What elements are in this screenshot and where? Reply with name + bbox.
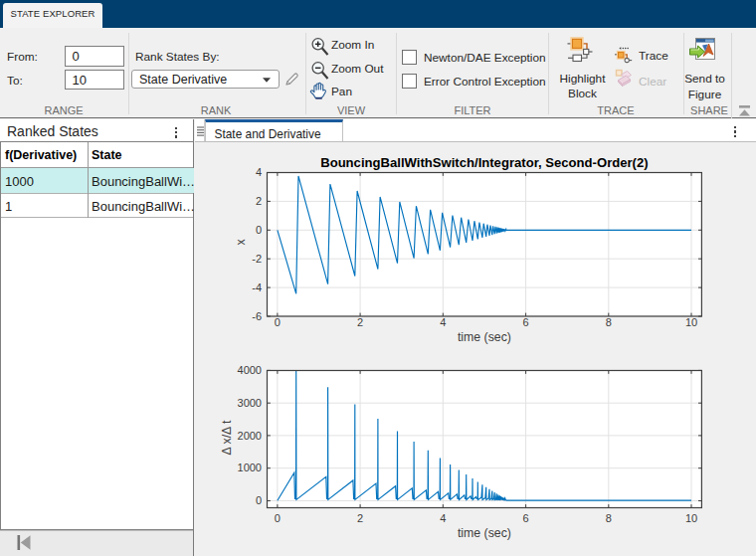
svg-text:0: 0 <box>256 224 262 236</box>
svg-text:-2: -2 <box>252 253 262 265</box>
svg-text:4: 4 <box>256 166 262 178</box>
svg-text:BouncingBallWithSwitch/Integra: BouncingBallWithSwitch/Integrator, Secon… <box>320 155 648 170</box>
svg-text:time (sec): time (sec) <box>458 330 511 344</box>
svg-text:4000: 4000 <box>238 364 262 376</box>
svg-text:time (sec): time (sec) <box>458 526 511 540</box>
svg-text:-4: -4 <box>252 281 262 293</box>
svg-text:4: 4 <box>440 512 446 524</box>
svg-text:0: 0 <box>275 512 281 524</box>
svg-text:1000: 1000 <box>238 462 262 473</box>
svg-text:x: x <box>234 239 248 246</box>
svg-text:6: 6 <box>523 512 529 524</box>
svg-text:2: 2 <box>357 316 363 328</box>
svg-text:3000: 3000 <box>238 397 262 409</box>
svg-text:8: 8 <box>606 512 612 524</box>
svg-text:4: 4 <box>440 316 446 328</box>
svg-text:Δ x/Δ t: Δ x/Δ t <box>220 420 234 455</box>
svg-text:2: 2 <box>357 512 363 524</box>
svg-text:2000: 2000 <box>238 430 262 442</box>
svg-text:-6: -6 <box>252 310 262 322</box>
svg-text:0: 0 <box>256 494 262 506</box>
svg-text:2: 2 <box>256 195 262 207</box>
svg-text:10: 10 <box>685 316 697 328</box>
svg-text:6: 6 <box>523 316 529 328</box>
svg-text:0: 0 <box>275 316 281 328</box>
svg-text:8: 8 <box>606 316 612 328</box>
svg-text:10: 10 <box>685 512 697 524</box>
